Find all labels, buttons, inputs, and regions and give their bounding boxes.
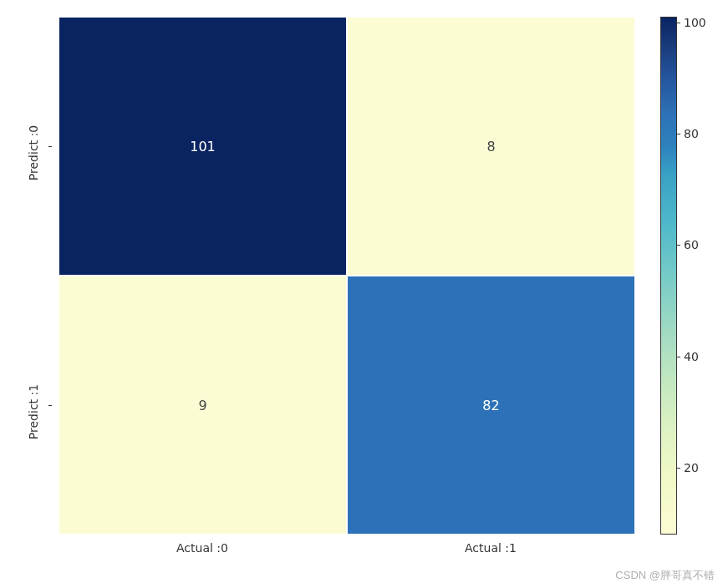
y-tick-label-0: Predict :0 — [27, 119, 40, 186]
watermark-text: CSDN @胖哥真不错 — [615, 568, 715, 583]
colorbar-tick-label: 100 — [684, 16, 706, 29]
x-tick-label-0: Actual :0 — [176, 541, 228, 555]
colorbar-tick-label: 80 — [684, 127, 699, 140]
heatmap-cell-0-0: 101 — [59, 17, 347, 276]
y-axis — [48, 17, 57, 535]
y-tick — [48, 405, 52, 406]
colorbar: 100 80 60 40 20 — [660, 17, 702, 535]
x-tick-label-1: Actual :1 — [465, 541, 517, 555]
colorbar-tick — [677, 357, 680, 357]
y-axis-labels: Predict :0 Predict :1 — [8, 17, 42, 535]
y-tick-label-1: Predict :1 — [27, 378, 40, 445]
colorbar-tick — [677, 23, 680, 23]
heatmap-cell-1-1: 82 — [347, 276, 635, 535]
colorbar-tick — [677, 468, 680, 469]
cell-value: 82 — [482, 398, 499, 413]
cell-value: 8 — [486, 139, 495, 155]
colorbar-tick — [677, 134, 680, 134]
colorbar-tick-label: 20 — [684, 461, 699, 474]
y-tick — [48, 146, 52, 147]
colorbar-tick — [677, 245, 680, 246]
colorbar-tick-label: 60 — [684, 238, 699, 251]
colorbar-tick-label: 40 — [684, 350, 699, 363]
heatmap-cell-0-1: 8 — [347, 17, 635, 276]
x-axis-labels: Actual :0 Actual :1 — [59, 535, 635, 560]
cell-value: 9 — [198, 398, 206, 413]
confusion-matrix-heatmap: 101 8 9 82 — [59, 17, 635, 535]
cell-value: 101 — [190, 139, 216, 155]
colorbar-gradient — [660, 17, 677, 535]
heatmap-grid: 101 8 9 82 — [59, 17, 635, 535]
heatmap-cell-1-0: 9 — [59, 276, 347, 535]
